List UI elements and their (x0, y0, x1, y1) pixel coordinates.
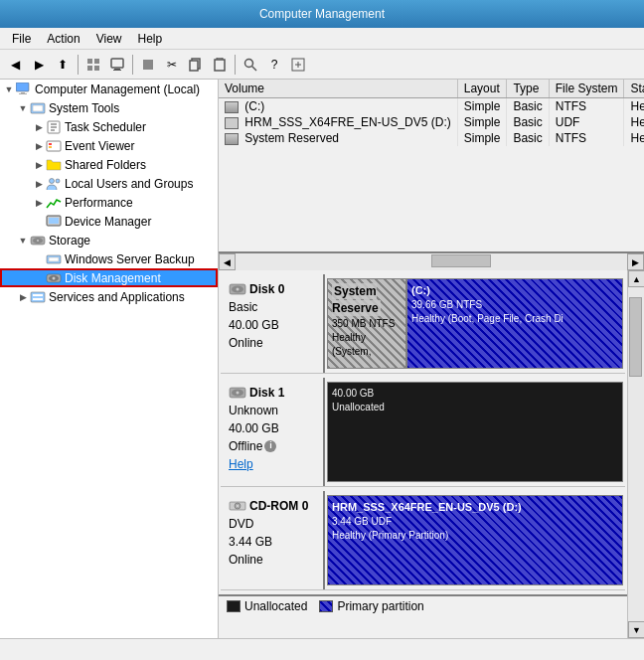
h-scroll-left-btn[interactable]: ◀ (219, 253, 236, 270)
expand-system-tools: ▼ (16, 101, 30, 115)
cdrom0-type: DVD (229, 515, 315, 533)
cdrom0-name: CD-ROM 0 (249, 497, 308, 515)
sidebar-item-shared-folders[interactable]: ▶ Shared Folders (0, 155, 218, 174)
show-hide-btn[interactable] (82, 54, 104, 76)
disk0-type: Basic (229, 298, 315, 316)
disk1-partition-0[interactable]: 40.00 GB Unallocated (327, 382, 623, 482)
v-scroll-down-btn[interactable]: ▼ (628, 621, 644, 638)
v-scroll-thumb[interactable] (629, 297, 642, 377)
event-viewer-label: Event Viewer (65, 139, 134, 153)
disk1-panel: Disk 1 Unknown 40.00 GB Offline i Help 4… (221, 378, 625, 487)
sidebar-item-root[interactable]: ▼ Computer Management (Local) (0, 80, 218, 98)
h-scroll-thumb[interactable] (431, 254, 491, 267)
system-tools-icon (30, 100, 46, 116)
services-icon (30, 289, 46, 305)
sidebar-item-services[interactable]: ▶ Services and Applications (0, 287, 218, 306)
svg-rect-42 (33, 294, 43, 296)
toolbar-separator-1 (78, 55, 79, 75)
sidebar-item-disk-management[interactable]: Disk Management (0, 268, 218, 287)
computer-btn[interactable] (106, 54, 128, 76)
up-button[interactable]: ⬆ (52, 54, 74, 76)
svg-point-12 (245, 59, 253, 67)
storage-icon (30, 233, 46, 248)
part1-0-health: Unallocated (332, 401, 618, 414)
part0-1-health: Healthy (Boot, Page File, Crash Di (411, 312, 618, 326)
expand-task: ▶ (32, 120, 46, 134)
cdrom0-info: CD-ROM 0 DVD 3.44 GB Online (221, 491, 325, 589)
h-scroll-right-btn[interactable]: ▶ (627, 253, 644, 270)
col-type[interactable]: Type (507, 80, 549, 98)
disk0-partition-0[interactable]: System Reserve 350 MB NTFS Healthy (Syst… (327, 278, 406, 369)
sidebar-item-storage[interactable]: ▼ Storage (0, 231, 218, 249)
back-button[interactable]: ◀ (4, 54, 26, 76)
sidebar-item-system-tools[interactable]: ▼ System Tools (0, 98, 218, 117)
paste-btn[interactable] (209, 54, 231, 76)
v-scrollbar[interactable]: ▲ ▼ (627, 270, 644, 638)
svg-rect-7 (143, 60, 153, 70)
device-manager-icon (46, 214, 62, 230)
disk1-info: Disk 1 Unknown 40.00 GB Offline i Help (221, 378, 325, 486)
h-scrollbar[interactable]: ◀ ▶ (219, 253, 644, 270)
v-scroll-up-btn[interactable]: ▲ (628, 270, 644, 287)
part0-0-name: System Reserve (332, 283, 402, 317)
forward-button[interactable]: ▶ (28, 54, 50, 76)
menu-file[interactable]: File (4, 30, 39, 48)
disk1-name: Disk 1 (249, 384, 284, 402)
disk0-name: Disk 0 (249, 280, 284, 298)
cut-btn[interactable]: ✂ (161, 54, 183, 76)
disk0-info: Disk 0 Basic 40.00 GB Online (221, 274, 325, 373)
table-row[interactable]: System Reserved Simple Basic NTFS Health… (219, 130, 644, 146)
sidebar-item-windows-backup[interactable]: Windows Server Backup (0, 249, 218, 268)
volume-icon-0 (225, 101, 239, 113)
root-label: Computer Management (Local) (35, 82, 200, 96)
disk0-partition-1[interactable]: (C:) 39.66 GB NTFS Healthy (Boot, Page F… (406, 278, 623, 369)
sidebar-item-performance[interactable]: ▶ Performance (0, 193, 218, 212)
system-tools-label: System Tools (49, 101, 119, 115)
menu-view[interactable]: View (88, 30, 130, 48)
cdrom0-size: 3.44 GB (229, 533, 315, 551)
toolbar-separator-3 (235, 55, 236, 75)
svg-rect-1 (94, 59, 99, 64)
svg-point-30 (56, 179, 60, 183)
status-bar (0, 638, 644, 660)
disk1-status: Offline (229, 437, 262, 455)
performance-label: Performance (65, 196, 133, 210)
storage-label: Storage (49, 234, 90, 248)
svg-rect-26 (47, 141, 61, 151)
vol-name-0: (C:) (219, 98, 457, 115)
export-btn[interactable] (287, 54, 309, 76)
table-row[interactable]: (C:) Simple Basic NTFS Healthy (B (219, 98, 644, 115)
title-bar: Computer Management (0, 0, 644, 28)
vol-fs-2: NTFS (549, 130, 624, 146)
shared-folders-label: Shared Folders (65, 158, 146, 172)
legend-unallocated: Unallocated (227, 599, 307, 613)
sidebar-item-event-viewer[interactable]: ▶ Event Viewer (0, 136, 218, 155)
cdrom0-partition-0[interactable]: HRM_SSS_X64FRE_EN-US_DV5 (D:) 3.44 GB UD… (327, 495, 623, 585)
menu-bar: File Action View Help (0, 28, 644, 50)
help-btn[interactable]: ? (263, 54, 285, 76)
col-volume[interactable]: Volume (219, 80, 457, 98)
col-fs[interactable]: File System (549, 80, 624, 98)
vol-status-2: Healthy (S (624, 130, 644, 146)
disk0-status: Online (229, 334, 315, 352)
v-scroll-track[interactable] (628, 287, 644, 621)
disk1-help-link[interactable]: Help (229, 457, 253, 471)
expand-backup (32, 252, 46, 266)
disk-management-icon (46, 270, 62, 286)
disk0-partitions: System Reserve 350 MB NTFS Healthy (Syst… (325, 274, 625, 373)
svg-rect-43 (33, 298, 43, 300)
col-layout[interactable]: Layout (457, 80, 507, 98)
menu-action[interactable]: Action (39, 30, 87, 48)
col-status[interactable]: Status (624, 80, 644, 98)
vol-fs-1: UDF (549, 114, 624, 130)
sidebar-item-local-users[interactable]: ▶ Local Users and Groups (0, 174, 218, 193)
svg-rect-11 (215, 60, 225, 71)
h-scroll-track[interactable] (236, 253, 627, 270)
menu-help[interactable]: Help (130, 30, 171, 48)
copy-btn[interactable] (185, 54, 207, 76)
stop-btn[interactable] (137, 54, 159, 76)
sidebar-item-device-manager[interactable]: Device Manager (0, 212, 218, 231)
table-row[interactable]: HRM_SSS_X64FRE_EN-US_DV5 (D:) Simple Bas… (219, 114, 644, 130)
search-btn[interactable] (240, 54, 261, 76)
sidebar-item-task-scheduler[interactable]: ▶ Task Scheduler (0, 117, 218, 136)
